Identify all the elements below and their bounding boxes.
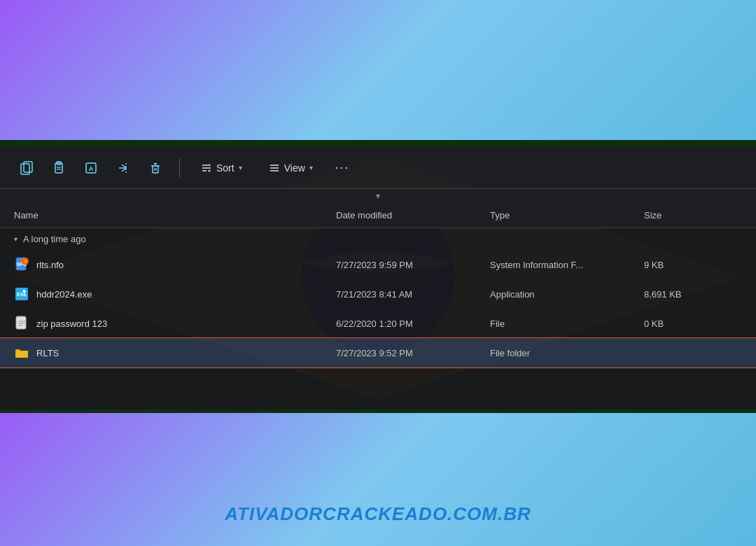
file-name: hddr2024.exe <box>36 289 92 300</box>
file-name-cell: EXE hddr2024.exe <box>14 286 336 302</box>
toolbar-divider-1 <box>179 158 180 178</box>
sort-label: Sort <box>216 162 234 174</box>
file-icon <box>14 345 29 360</box>
file-type: File folder <box>490 348 644 358</box>
sort-button[interactable]: Sort ▾ <box>191 158 252 178</box>
view-label: View <box>284 162 305 174</box>
delete-icon[interactable] <box>143 155 168 181</box>
file-type: Application <box>490 289 644 300</box>
table-row[interactable]: EXE hddr2024.exe 7/21/2023 8:41 AM Appli… <box>0 279 756 309</box>
col-name[interactable]: Name <box>14 207 336 223</box>
file-name: zip password 123 <box>36 318 107 329</box>
toolbar: A <box>0 147 756 189</box>
expand-chevron-icon: ▾ <box>376 191 380 201</box>
sort-chevron: ▾ <box>239 164 242 172</box>
explorer-window: A <box>0 147 756 410</box>
file-type: File <box>490 318 644 329</box>
group-header: ▾ A long time ago <box>0 228 756 250</box>
group-chevron-icon: ▾ <box>14 235 18 243</box>
file-rows-container: NFOi rlts.nfo 7/27/2023 9:59 PM System I… <box>0 250 756 368</box>
group-label: A long time ago <box>23 234 86 244</box>
file-size: 9 KB <box>644 260 728 270</box>
view-chevron: ▾ <box>309 164 313 172</box>
file-date: 7/27/2023 9:52 PM <box>336 348 490 358</box>
website-label: ATIVADORCRACKEADO.COM.BR <box>225 503 531 524</box>
more-label: ··· <box>335 160 349 175</box>
view-button[interactable]: View ▾ <box>259 158 323 178</box>
svg-rect-42 <box>15 351 28 358</box>
file-name: rlts.nfo <box>36 260 64 270</box>
file-icon: NFOi <box>14 257 29 272</box>
file-size: 8,691 KB <box>644 289 728 300</box>
rename-icon[interactable]: A <box>78 155 104 181</box>
file-name-cell: RLTS <box>14 345 336 360</box>
col-type[interactable]: Type <box>490 207 644 223</box>
svg-rect-20 <box>153 166 158 173</box>
file-name-cell: zip password 123 <box>14 316 336 331</box>
col-size[interactable]: Size <box>644 207 728 223</box>
file-name-cell: NFOi rlts.nfo <box>14 257 336 272</box>
background-top <box>0 0 756 147</box>
branding-section: ATIVADORCRACKEADO.COM.BR <box>0 503 756 525</box>
file-size: 0 KB <box>644 318 728 329</box>
share-icon[interactable] <box>111 155 136 181</box>
svg-rect-38 <box>16 316 26 329</box>
expand-row: ▾ <box>0 189 756 203</box>
file-name: RLTS <box>36 348 59 358</box>
table-row[interactable]: zip password 123 6/22/2020 1:20 PM File … <box>0 309 756 338</box>
col-date-modified[interactable]: Date modified <box>336 207 490 223</box>
copy-icon[interactable] <box>14 155 39 181</box>
table-row[interactable]: RLTS 7/27/2023 9:52 PM File folder <box>0 338 756 368</box>
file-list: ▾ Name Date modified Type Size ▾ A long … <box>0 189 756 410</box>
file-date: 7/27/2023 9:59 PM <box>336 260 490 270</box>
table-row[interactable]: NFOi rlts.nfo 7/27/2023 9:59 PM System I… <box>0 250 756 279</box>
paste-icon[interactable] <box>46 155 71 181</box>
column-headers: Name Date modified Type Size <box>0 203 756 228</box>
file-type: System Information F... <box>490 260 644 270</box>
file-icon: EXE <box>14 286 29 302</box>
svg-text:A: A <box>89 165 94 172</box>
file-date: 6/22/2020 1:20 PM <box>336 318 490 329</box>
file-icon <box>14 316 29 331</box>
file-date: 7/21/2023 8:41 AM <box>336 289 490 300</box>
more-options-button[interactable]: ··· <box>330 155 355 181</box>
